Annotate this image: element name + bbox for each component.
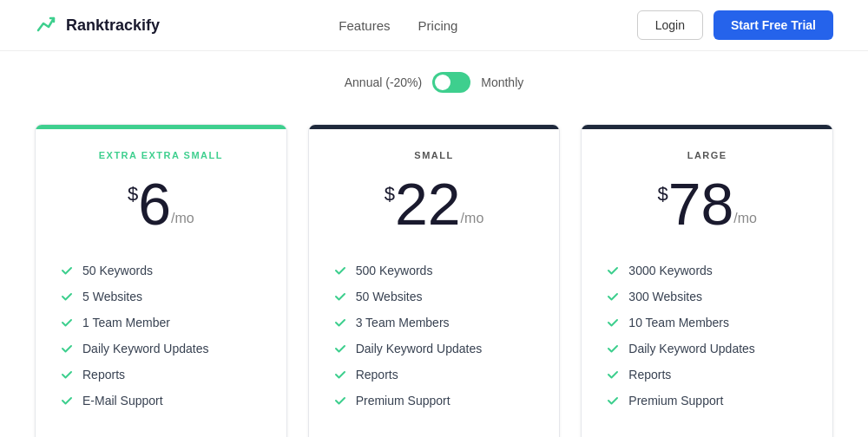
features-list-large: 3000 Keywords 300 Websites 10 Team Membe… (606, 258, 808, 414)
pricing-section: Extra Extra Small $ 6 /mo 50 Keywords 5 … (0, 107, 868, 437)
billing-toggle: Annual (-20%) Monthly (0, 51, 868, 107)
list-item: 3 Team Members (333, 310, 536, 336)
logo: Ranktrackify (35, 13, 160, 37)
check-icon (60, 342, 74, 355)
price-row-large: $ 78 /mo (606, 174, 808, 233)
list-item: 500 Keywords (333, 258, 536, 284)
plan-small: Small $ 22 /mo 500 Keywords 50 Websites … (308, 124, 561, 437)
check-icon (606, 264, 620, 277)
check-icon (333, 264, 347, 277)
amount-xxs: 6 (138, 174, 171, 233)
header-actions: Login Start Free Trial (637, 10, 833, 40)
check-icon (606, 342, 620, 355)
nav-pricing[interactable]: Pricing (418, 18, 458, 33)
list-item: 3000 Keywords (606, 258, 808, 284)
currency-large: $ (657, 183, 667, 205)
per-mo-small: /mo (461, 211, 484, 226)
plan-name-large: Large (606, 150, 808, 160)
list-item: Premium Support (606, 388, 808, 414)
header: Ranktrackify Features Pricing Login Star… (0, 0, 868, 51)
list-item: 1 Team Member (60, 310, 262, 336)
list-item: 50 Websites (333, 284, 536, 310)
list-item: Daily Keyword Updates (333, 336, 536, 362)
list-item: Reports (60, 362, 262, 388)
list-item: Daily Keyword Updates (606, 336, 808, 362)
list-item: 300 Websites (606, 284, 808, 310)
plan-large: Large $ 78 /mo 3000 Keywords 300 Website… (581, 124, 833, 437)
card-body-xxs: Extra Extra Small $ 6 /mo 50 Keywords 5 … (36, 129, 286, 414)
annual-label: Annual (-20%) (345, 75, 423, 89)
login-button[interactable]: Login (637, 10, 703, 40)
currency-xxs: $ (128, 183, 138, 205)
billing-toggle-switch[interactable] (432, 72, 470, 93)
check-icon (60, 368, 74, 382)
main-nav: Features Pricing (339, 18, 457, 33)
trial-button[interactable]: Start Free Trial (713, 10, 833, 40)
list-item: Reports (333, 362, 536, 388)
toggle-knob (435, 75, 450, 90)
currency-small: $ (385, 183, 395, 205)
check-icon (606, 368, 620, 382)
plan-name-small: Small (333, 150, 536, 160)
check-icon (60, 394, 74, 408)
price-row-xxs: $ 6 /mo (60, 174, 262, 233)
amount-large: 78 (668, 174, 734, 233)
amount-small: 22 (395, 174, 461, 233)
check-icon (333, 394, 347, 408)
check-icon (60, 290, 74, 303)
card-body-small: Small $ 22 /mo 500 Keywords 50 Websites … (309, 129, 560, 414)
features-list-xxs: 50 Keywords 5 Websites 1 Team Member Dai… (60, 258, 262, 414)
list-item: Premium Support (333, 388, 536, 414)
list-item: E-Mail Support (60, 388, 262, 414)
logo-icon (35, 13, 59, 37)
list-item: Reports (606, 362, 808, 388)
nav-features[interactable]: Features (339, 18, 390, 33)
list-item: Daily Keyword Updates (60, 336, 262, 362)
per-mo-large: /mo (733, 211, 757, 226)
check-icon (333, 316, 347, 329)
list-item: 50 Keywords (60, 258, 262, 284)
features-list-small: 500 Keywords 50 Websites 3 Team Members … (333, 258, 536, 414)
check-icon (606, 290, 620, 303)
plan-xxs: Extra Extra Small $ 6 /mo 50 Keywords 5 … (35, 124, 287, 437)
check-icon (333, 342, 347, 355)
check-icon (333, 290, 347, 303)
monthly-label: Monthly (481, 75, 523, 89)
check-icon (60, 264, 74, 277)
per-mo-xxs: /mo (171, 211, 194, 226)
price-row-small: $ 22 /mo (333, 174, 536, 233)
check-icon (606, 394, 620, 408)
list-item: 10 Team Members (606, 310, 808, 336)
logo-text: Ranktrackify (66, 16, 160, 35)
list-item: 5 Websites (60, 284, 262, 310)
check-icon (333, 368, 347, 382)
check-icon (606, 316, 620, 329)
card-body-large: Large $ 78 /mo 3000 Keywords 300 Website… (582, 129, 832, 414)
check-icon (60, 316, 74, 329)
plan-name-xxs: Extra Extra Small (60, 150, 262, 160)
